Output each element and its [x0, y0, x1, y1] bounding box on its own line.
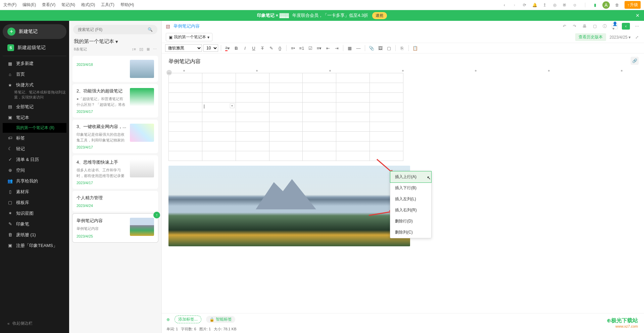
- editable-table[interactable]: |▾: [168, 73, 403, 161]
- sidebar-item-all-notes[interactable]: ▤全部笔记: [3, 101, 66, 112]
- view-icon[interactable]: ▯▯: [139, 47, 143, 51]
- editor-content[interactable]: 🔗 举例笔记内容 — |▾ 插入上行(A): [162, 53, 644, 313]
- add-tag-button[interactable]: 添加标签...: [175, 316, 201, 323]
- view-history-button[interactable]: 查看历史版本: [575, 33, 606, 41]
- sidebar-item-qingji[interactable]: ☾轻记: [3, 143, 66, 154]
- bullet-list-button[interactable]: ≡•: [289, 44, 297, 52]
- sync-icon[interactable]: ⟳: [522, 2, 527, 8]
- nav-forward-icon[interactable]: ›: [512, 2, 517, 8]
- sidebar-item-template[interactable]: ▢模板库: [3, 197, 66, 208]
- embedded-image[interactable]: [168, 166, 410, 246]
- font-size-select[interactable]: 10: [203, 44, 218, 52]
- menu-insert-row-above[interactable]: 插入上行(A): [390, 171, 431, 182]
- clipboard-button[interactable]: 📋: [411, 44, 419, 52]
- menu-insert-col-left[interactable]: 插入左列(L): [390, 194, 431, 205]
- codeblock-button[interactable]: ⎘: [398, 44, 406, 52]
- print-icon[interactable]: 🖶: [582, 23, 588, 29]
- font-color-button[interactable]: a▾: [224, 44, 231, 52]
- menu-note[interactable]: 笔记(N): [61, 2, 75, 8]
- underline-button[interactable]: U: [250, 44, 257, 52]
- new-super-note-button[interactable]: S 新建超级笔记: [3, 42, 66, 54]
- trash-top-icon[interactable]: 🗑: [614, 2, 620, 8]
- search-notes-input[interactable]: 🔍: [73, 25, 157, 34]
- note-card[interactable]: 2023/4/18: [72, 56, 158, 82]
- shield-icon[interactable]: ⛨: [562, 2, 567, 8]
- code-button[interactable]: {}: [276, 44, 284, 52]
- share-button[interactable]: ‹: [622, 23, 630, 30]
- menu-insert-row-below[interactable]: 插入下行(B): [390, 182, 431, 194]
- note-title-link[interactable]: 举例笔记内容: [174, 23, 200, 29]
- notebook-selector[interactable]: ▣ 我的第一个笔记本 ▾: [166, 33, 212, 41]
- note-heading[interactable]: 举例笔记内容: [168, 58, 637, 65]
- face-icon[interactable]: ☺: [572, 2, 578, 8]
- link-indicator-icon[interactable]: 🔗: [631, 57, 639, 65]
- indent-out-button[interactable]: ⇤: [324, 44, 332, 52]
- menu-tools[interactable]: 工具(T): [101, 2, 114, 8]
- table-block[interactable]: — |▾: [168, 70, 637, 161]
- menu-format[interactable]: 格式(O): [81, 2, 95, 8]
- number-list-button[interactable]: ≡1: [298, 44, 305, 52]
- person-add-icon[interactable]: 👤▾: [612, 23, 618, 29]
- user-avatar[interactable]: A: [602, 1, 610, 9]
- cell-dropdown-icon[interactable]: ▾: [230, 103, 235, 108]
- menu-insert-col-right[interactable]: 插入右列(R): [390, 205, 431, 216]
- active-cell[interactable]: |▾: [202, 102, 236, 112]
- checkbox-button[interactable]: ☑: [307, 44, 314, 52]
- menu-file[interactable]: 文件(F): [3, 2, 16, 8]
- search-icon[interactable]: 🔍: [148, 27, 153, 32]
- indent-in-button[interactable]: ⇥: [333, 44, 340, 52]
- device-icon[interactable]: ▮: [592, 2, 598, 8]
- image-button[interactable]: 🖼: [377, 44, 384, 52]
- sidebar-item-home[interactable]: ⌂首页: [3, 69, 66, 80]
- sidebar-item-shortcut[interactable]: ★快捷方式: [3, 80, 66, 90]
- menu-delete-col[interactable]: 删除列(C): [390, 227, 431, 238]
- note-card[interactable]: 2、功能强大的超级笔记●「超级笔记」和普通笔记有什么区别？ 「超级笔记」将各种.…: [72, 84, 158, 118]
- sidebar-item-notebooks[interactable]: ▣笔记本: [3, 112, 66, 123]
- highlight-button[interactable]: ✎: [267, 44, 275, 52]
- menu-edit[interactable]: 编辑(E): [22, 2, 36, 8]
- align-button[interactable]: ≡▾: [315, 44, 323, 52]
- more-icon[interactable]: ⋯: [153, 47, 157, 51]
- sort-icon[interactable]: ↕≡: [132, 47, 136, 51]
- sidebar-item-knowledge[interactable]: ✶知识星图: [3, 208, 66, 219]
- note-card[interactable]: 个人精力管理2023/4/24: [72, 191, 158, 212]
- note-card-selected[interactable]: ↑ 举例笔记内容举例笔记内容2023/4/25: [72, 214, 158, 242]
- target-icon[interactable]: ◎: [552, 2, 557, 8]
- sidebar-item-teams[interactable]: ▣注册「印象TEAMS」: [3, 240, 66, 251]
- italic-button[interactable]: I: [241, 44, 249, 52]
- sidebar-item-my-first-notebook[interactable]: 我的第一个笔记本 (8): [3, 123, 66, 133]
- sidebar-item-yinxiangbi[interactable]: ✎印象笔: [3, 219, 66, 230]
- more-menu-icon[interactable]: ⋯: [634, 23, 640, 29]
- nav-back-icon[interactable]: ‹: [502, 2, 507, 8]
- promo-cta-button[interactable]: 速抢: [372, 12, 387, 19]
- collapse-table-icon[interactable]: —: [166, 70, 172, 75]
- table-button[interactable]: ▦: [346, 44, 353, 52]
- menu-view[interactable]: 查看(V): [42, 2, 55, 8]
- sidebar-item-tags[interactable]: 🏷标签: [3, 133, 66, 143]
- search-input[interactable]: [78, 27, 148, 32]
- strikethrough-button[interactable]: T̶: [259, 44, 266, 52]
- sidebar-item-material[interactable]: ▯素材库: [3, 186, 66, 197]
- bold-button[interactable]: B: [233, 44, 240, 52]
- font-family-select[interactable]: 微软雅黑: [165, 44, 202, 52]
- menu-delete-row[interactable]: 删除行(D): [390, 216, 431, 227]
- info-icon[interactable]: ⓘ: [602, 23, 608, 29]
- smart-tag-button[interactable]: 🔒 智能标签: [206, 316, 235, 323]
- hr-button[interactable]: —: [355, 44, 362, 52]
- sidebar-item-checklist[interactable]: ✓清单 & 日历: [3, 154, 66, 165]
- menu-help[interactable]: 帮助(H): [120, 2, 134, 8]
- add-tag-plus-icon[interactable]: ⊕: [166, 317, 170, 322]
- inbox-icon[interactable]: ↥: [542, 2, 547, 8]
- upgrade-button[interactable]: ↑升级: [625, 1, 641, 9]
- sidebar-item-space[interactable]: ⊕空间: [3, 165, 66, 176]
- sidebar-item-shared[interactable]: 👥共享给我的: [3, 176, 66, 186]
- note-card[interactable]: 3、一键收藏全网内容，...印象笔记是你最强大的信息收集工具，利用印象笔记独家的…: [72, 120, 158, 153]
- notebook-title[interactable]: 我的第一个笔记本▾: [69, 37, 161, 47]
- new-note-button[interactable]: + 新建笔记: [3, 24, 66, 39]
- sidebar-item-more-new[interactable]: ▦更多新建: [3, 58, 66, 69]
- expand-icon[interactable]: ⤢: [634, 34, 640, 40]
- record-button[interactable]: ▢: [385, 44, 393, 52]
- sidebar-item-trash[interactable]: 🗑废纸篓 (1): [3, 230, 66, 240]
- redo-icon[interactable]: ↷: [572, 23, 578, 29]
- filter-icon[interactable]: ⊞: [147, 47, 150, 51]
